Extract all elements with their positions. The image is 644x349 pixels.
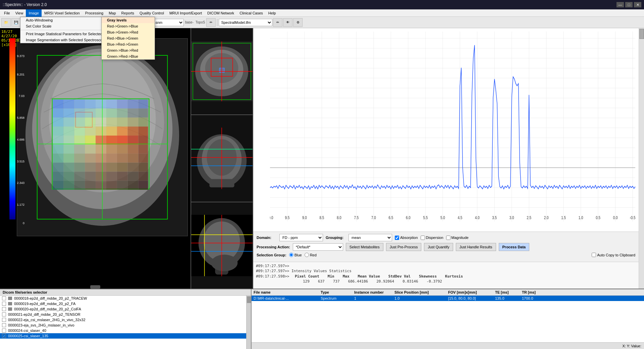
dicom-scrollbar[interactable] [246,296,251,349]
log-stats-values: 129 637 737 686.44186 20.92064 0.03146 -… [303,279,636,284]
menu-mrsi-voxel[interactable]: MRSI Voxel Selection [42,9,83,17]
dicom-check-20[interactable] [2,307,6,311]
submenu-brg[interactable]: Blue->Red->Green [102,41,155,47]
svg-rect-136 [270,32,635,221]
select-metabolites-button[interactable]: Select Metabolites [346,243,383,251]
process-data-button[interactable]: Process Data [499,243,530,251]
dicom-item-22[interactable]: 0000022-eja_csi_mslaser_2HG_in_vivo_32x3… [0,317,246,322]
menu-file[interactable]: File [1,9,13,17]
menu-mrui[interactable]: MRUI Import/Export [167,9,205,17]
col-instance: Instance number [354,290,394,294]
stat-skewness: 0.03146 [402,279,418,284]
dicom-list[interactable]: 0000018-ep2d_diff_mddw_20_p2_TRACEW 0000… [0,296,246,349]
toolbar-save[interactable]: 💾 [11,18,21,27]
menu-processing[interactable]: Processing [83,9,106,17]
menu-quality-control[interactable]: Quality Control [137,9,167,17]
close-button[interactable]: ✕ [634,2,641,7]
dicom-item-25[interactable]: ✓ 0000025-csi_slaser_135 [0,333,246,339]
svg-rect-38 [96,127,106,136]
red-radio[interactable]: Red [305,253,317,257]
submenu-gbr[interactable]: Green->Blue->Red [102,47,155,53]
submenu-grb[interactable]: Green->Red->Blue [102,53,155,59]
menu-map[interactable]: Map [106,9,118,17]
file-filename: D:\MR-data\clinical-... [254,296,321,300]
spectral-model-select[interactable]: SpectralModel.tfm [219,19,272,26]
dicom-item-20[interactable]: 0000020-ep2d_diff_mddw_20_p2_ColFA [0,306,246,312]
svg-text:1.0: 1.0 [579,215,583,220]
menu-image[interactable]: Image [26,9,42,17]
status-bar: X: Y: Value: [252,342,644,349]
dicom-item-24[interactable]: 0000024-csi_slaser_40 [0,328,246,333]
magnitude-checkbox[interactable]: Magnitude [446,236,469,240]
svg-rect-71 [63,163,74,172]
coronal-view[interactable] [191,115,253,202]
toolbar-edit2[interactable]: ✏ [273,18,282,27]
toolbar-view2[interactable]: 👁 [283,18,292,27]
just-handle-results-button[interactable]: Just Handle Results [456,243,496,251]
svg-rect-76 [117,163,128,172]
submenu-rgb1[interactable]: Red->Green->Blue [102,23,155,29]
just-quantify-button[interactable]: Just Quantify [424,243,453,251]
menu-help[interactable]: Help [266,9,279,17]
grouping-select[interactable]: mean [348,234,392,241]
submenu-rbg[interactable]: Red->Blue->Green [102,35,155,41]
menu-dicom-network[interactable]: DICOM Network [205,9,237,17]
controls-row3: Selection Group: Blue Red Auto Copy to C… [257,253,635,257]
auto-copy-checkbox[interactable]: Auto Copy to Clipboard [592,253,635,257]
dicom-item-21[interactable]: 0000021-ep2d_diff_mddw_20_p2_TENSOR [0,312,246,317]
minimize-button[interactable]: — [616,2,624,7]
sagittal-view[interactable] [191,202,253,289]
domain-select[interactable]: FD - ppm [279,234,323,241]
dispersion-checkbox[interactable]: Dispersion [421,236,443,240]
svg-rect-13 [117,99,128,108]
file-row-1[interactable]: D:\MR-data\clinical-... Spectrum 1 1.0 [… [252,296,644,301]
menu-reports[interactable]: Reports [119,9,137,17]
svg-rect-21 [106,108,117,117]
dicom-check-22[interactable] [2,318,6,322]
processing-action-select[interactable]: *Default* [293,243,343,251]
mri-image[interactable]: 9.373 8.201 7.03 5.858 4.686 3.515 2.343… [17,38,188,236]
toolbar-settings[interactable]: ⚙ [293,18,303,27]
dicom-check-23[interactable] [2,323,6,327]
svg-rect-75 [106,163,117,172]
toolbar-edit[interactable]: ✏ [206,18,216,27]
blue-radio[interactable]: Blue [289,253,302,257]
svg-rect-64 [85,154,96,163]
svg-rect-83 [96,172,106,181]
menu-view[interactable]: View [13,9,26,17]
toolbar-open[interactable]: 📁 [1,18,11,27]
dicom-check-19[interactable] [2,302,6,306]
maximize-button[interactable]: □ [625,2,633,7]
dicom-item-23[interactable]: 0000023-eja_svs_2HG_mslaser_in_vivo [0,322,246,328]
svg-text:7.03: 7.03 [18,94,24,98]
svg-rect-9 [74,99,85,108]
just-preprocess-button[interactable]: Just Pre-Process [386,243,422,251]
svg-rect-78 [139,163,148,172]
dicom-check-21[interactable] [2,312,6,316]
svg-text:8.201: 8.201 [17,73,24,76]
dicom-item-18[interactable]: 0000018-ep2d_diff_mddw_20_p2_TRACEW [0,296,246,301]
base-label: base- [185,20,194,24]
dicom-check-25[interactable]: ✓ [2,334,6,338]
svg-rect-85 [117,172,128,181]
menu-clinical-cases[interactable]: Clinical Cases [237,9,266,17]
submenu-bgr[interactable]: Blue->Green->Red [102,29,155,35]
absorption-checkbox[interactable]: Absorption [395,236,418,240]
spectrum-svg: 750 700 650 600 550 500 450 400 350 300 … [270,32,635,221]
svg-rect-14 [128,99,139,108]
svg-text:10.0: 10.0 [270,215,273,220]
svg-text:2.5: 2.5 [527,215,531,220]
svg-rect-30 [106,117,117,127]
dicom-item-19[interactable]: 0000019-ep2d_diff_mddw_20_p2_FA [0,301,246,306]
svg-rect-7 [53,99,64,108]
svg-rect-84 [106,172,117,181]
right-scrollbar[interactable] [639,28,644,289]
dicom-check-24[interactable] [2,329,6,333]
svg-rect-92 [96,181,106,190]
submenu-gray-levels[interactable]: Gray levels [102,17,155,23]
axial-view[interactable] [191,28,253,115]
dicom-check-18[interactable] [2,296,6,300]
svg-rect-94 [117,181,128,190]
svg-text:4.5: 4.5 [458,215,462,220]
svg-rect-63 [74,154,85,163]
